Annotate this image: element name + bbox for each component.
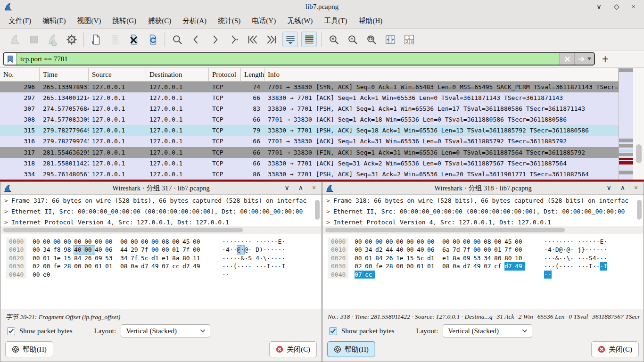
maximize-icon[interactable]: ◇ bbox=[614, 3, 619, 10]
ascii-char[interactable]: · bbox=[593, 246, 596, 254]
ascii-char[interactable]: · bbox=[274, 238, 278, 246]
hex-byte[interactable]: 1e bbox=[53, 254, 64, 262]
capture-stop-button[interactable] bbox=[26, 32, 41, 47]
ascii-char[interactable]: } bbox=[581, 246, 585, 254]
ascii-char[interactable]: · bbox=[271, 246, 274, 254]
hex-byte[interactable]: 7f bbox=[463, 246, 473, 254]
column-layout-button[interactable]: 123 bbox=[401, 32, 417, 47]
go-to-packet-button[interactable] bbox=[226, 32, 241, 47]
tree-expander-icon[interactable]: > bbox=[323, 217, 333, 226]
ascii-char[interactable]: · bbox=[559, 238, 563, 246]
menu-item-10[interactable]: 帮助(H) bbox=[353, 14, 388, 28]
go-back-button[interactable] bbox=[188, 32, 204, 47]
minimize-icon[interactable]: ∨ bbox=[596, 3, 602, 10]
hex-byte[interactable]: 80 bbox=[494, 254, 504, 262]
hex-byte[interactable]: 06 bbox=[427, 246, 438, 254]
ascii-char[interactable]: · bbox=[278, 254, 281, 262]
hex-byte[interactable]: 40 bbox=[417, 246, 427, 254]
hex-byte[interactable]: 08 bbox=[484, 238, 494, 246]
ascii-char[interactable]: @ bbox=[559, 246, 563, 254]
menu-item-3[interactable]: 跳转(G) bbox=[107, 14, 142, 28]
ascii-char[interactable]: · bbox=[248, 238, 252, 246]
hex-byte[interactable]: 29 bbox=[131, 246, 141, 254]
hex-byte[interactable]: 00 bbox=[43, 238, 53, 246]
ascii-char[interactable]: E bbox=[600, 238, 603, 246]
hex-byte[interactable]: 00 bbox=[105, 238, 116, 246]
hex-byte[interactable]: 00 bbox=[427, 238, 438, 246]
hex-byte[interactable]: 01 bbox=[95, 262, 105, 270]
ascii-char[interactable]: · bbox=[570, 262, 574, 270]
hex-byte[interactable]: 00 bbox=[33, 254, 43, 262]
hex-byte[interactable]: 0a bbox=[131, 262, 141, 270]
hex-byte[interactable]: 1e bbox=[396, 254, 406, 262]
ascii-char[interactable]: · bbox=[281, 238, 285, 246]
hex-byte[interactable]: 40 bbox=[74, 246, 84, 254]
ascii-char[interactable]: · bbox=[603, 246, 607, 254]
hex-byte[interactable]: 00 bbox=[515, 238, 525, 246]
filter-apply-button[interactable] bbox=[574, 53, 594, 65]
ascii-char[interactable]: · bbox=[548, 238, 552, 246]
hex-byte[interactable]: 00 bbox=[131, 238, 141, 246]
ascii-char[interactable]: · bbox=[570, 254, 574, 262]
hex-byte[interactable]: 00 bbox=[515, 246, 525, 254]
tree-row[interactable]: >Frame 317: 66 bytes on wire (528 bits),… bbox=[1, 195, 321, 206]
ascii-char[interactable]: · bbox=[552, 238, 555, 246]
ascii-char[interactable]: j bbox=[578, 246, 581, 254]
horizontal-scrollbar[interactable] bbox=[323, 227, 643, 233]
menu-item-0[interactable]: 文件(F) bbox=[3, 14, 37, 28]
ascii-char[interactable]: · bbox=[566, 238, 570, 246]
hex-byte[interactable]: d7 bbox=[504, 262, 515, 270]
hex-byte[interactable]: 84 bbox=[375, 254, 386, 262]
hex-byte[interactable]: 00 bbox=[365, 262, 375, 270]
go-forward-button[interactable] bbox=[207, 32, 223, 47]
horizontal-scrollbar-thumb[interactable] bbox=[325, 228, 565, 232]
ascii-char[interactable]: · bbox=[596, 262, 600, 270]
hex-byte[interactable]: 00 bbox=[84, 246, 95, 254]
hex-byte[interactable]: cc bbox=[365, 271, 375, 279]
hex-byte[interactable]: 02 bbox=[33, 262, 43, 270]
hex-byte[interactable]: 45 bbox=[182, 238, 193, 246]
layout-select[interactable]: Vertical (Stacked) bbox=[443, 324, 532, 337]
layout-select[interactable]: Vertical (Stacked) bbox=[121, 324, 210, 337]
hex-byte[interactable]: 00 bbox=[33, 246, 43, 254]
ascii-char[interactable]: · bbox=[267, 254, 271, 262]
ascii-char[interactable]: · bbox=[226, 271, 230, 279]
ascii-char[interactable]: · bbox=[552, 246, 555, 254]
filter-bookmark-button[interactable] bbox=[4, 53, 17, 65]
hex-byte[interactable]: 00 bbox=[53, 238, 64, 246]
ascii-char[interactable]: · bbox=[240, 238, 244, 246]
ascii-char[interactable]: · bbox=[596, 254, 600, 262]
hex-byte[interactable]: d7 bbox=[182, 262, 193, 270]
hex-byte[interactable]: 09 bbox=[463, 254, 473, 262]
packet-list-scrollbar-thumb[interactable] bbox=[636, 144, 642, 163]
hex-byte[interactable]: 7d bbox=[453, 246, 463, 254]
ascii-char[interactable]: · bbox=[274, 262, 278, 270]
ascii-char[interactable]: 4 bbox=[226, 246, 230, 254]
hex-byte[interactable]: 08 bbox=[162, 238, 172, 246]
ascii-char[interactable]: · bbox=[222, 254, 226, 262]
help-button[interactable]: 帮助(H) bbox=[327, 341, 375, 357]
hex-byte[interactable]: 7f bbox=[182, 246, 193, 254]
ascii-char[interactable]: · bbox=[244, 262, 248, 270]
close-button[interactable]: 关闭(C) bbox=[591, 341, 639, 357]
column-header-info[interactable]: Info bbox=[264, 68, 619, 81]
hex-byte[interactable]: 00 bbox=[84, 262, 95, 270]
ascii-char[interactable]: · bbox=[585, 238, 589, 246]
hex-byte[interactable]: 02 bbox=[355, 262, 365, 270]
hex-byte[interactable]: 00 bbox=[365, 238, 375, 246]
zoom-in-button[interactable] bbox=[326, 32, 341, 47]
hex-byte[interactable]: 00 bbox=[484, 246, 494, 254]
hex-byte[interactable]: d7 bbox=[463, 262, 473, 270]
hex-byte[interactable]: cf bbox=[494, 262, 504, 270]
ascii-char[interactable]: · bbox=[589, 238, 593, 246]
ascii-char[interactable]: · bbox=[263, 262, 267, 270]
hex-byte[interactable]: 00 bbox=[172, 238, 182, 246]
ascii-char[interactable]: · bbox=[256, 262, 259, 270]
ascii-char[interactable]: · bbox=[267, 246, 271, 254]
ascii-char[interactable]: · bbox=[552, 254, 555, 262]
packet-list-minimap-scrollbar[interactable] bbox=[619, 68, 633, 180]
ascii-char[interactable]: · bbox=[544, 262, 548, 270]
ascii-char[interactable]: 4 bbox=[593, 254, 596, 262]
hex-byte[interactable]: 80 bbox=[182, 254, 193, 262]
menu-item-2[interactable]: 视图(V) bbox=[72, 14, 107, 28]
